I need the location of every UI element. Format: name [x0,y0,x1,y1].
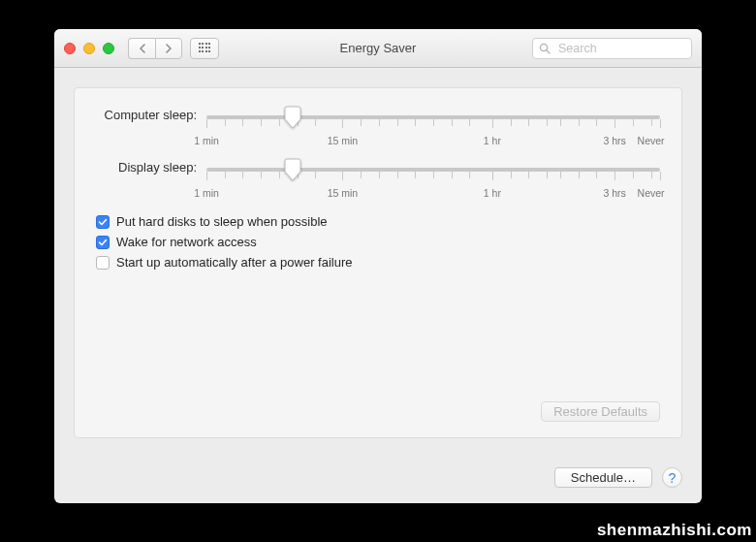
display-sleep-thumb[interactable] [284,158,301,181]
restore-defaults-button[interactable]: Restore Defaults [541,401,660,422]
checkbox-icon [96,236,110,249]
tick-label-1hr: 1 hr [484,135,501,146]
wake-network-label: Wake for network access [116,235,257,249]
tick-label-1min: 1 min [194,187,219,199]
display-sleep-row: Display sleep: 1 min 15 min 1 hr 3 hrs N… [96,162,660,203]
schedule-button[interactable]: Schedule… [554,467,652,488]
settings-panel: Computer sleep: 1 min 15 min 1 hr 3 hrs … [74,87,682,438]
search-icon [539,43,551,54]
svg-line-1 [547,50,550,53]
checkbox-group: Put hard disks to sleep when possible Wa… [96,214,660,270]
titlebar: Energy Saver [54,29,702,68]
tick-label-3hr: 3 hrs [604,187,626,199]
chevron-left-icon [139,44,146,53]
chevron-right-icon [165,44,173,53]
tick-label-never: Never [638,187,665,199]
search-field[interactable] [532,38,692,59]
tick-label-1min: 1 min [194,135,219,146]
display-sleep-slider[interactable] [206,162,660,181]
svg-point-0 [540,44,547,50]
minimize-icon[interactable] [83,43,95,54]
help-button[interactable]: ? [662,467,682,488]
startup-power-label: Start up automatically after a power fai… [116,255,353,270]
computer-sleep-row: Computer sleep: 1 min 15 min 1 hr 3 hrs … [96,110,660,150]
question-icon: ? [669,470,677,486]
forward-button[interactable] [155,38,182,59]
display-sleep-label: Display sleep: [96,160,206,175]
show-all-button[interactable] [190,38,219,59]
computer-sleep-slider[interactable] [206,110,660,129]
watermark-text: shenmazhishi.com [597,521,752,540]
computer-sleep-thumb[interactable] [284,106,301,129]
checkbox-icon [96,256,110,270]
zoom-icon[interactable] [103,43,114,54]
computer-sleep-tick-labels: 1 min 15 min 1 hr 3 hrs Never [206,135,660,150]
display-sleep-tick-labels: 1 min 15 min 1 hr 3 hrs Never [206,187,660,203]
tick-label-1hr: 1 hr [484,187,501,199]
checkbox-icon [96,215,110,229]
computer-sleep-label: Computer sleep: [96,108,206,122]
search-input[interactable] [556,41,702,56]
grid-icon [199,43,210,54]
hard-disks-checkbox[interactable]: Put hard disks to sleep when possible [96,214,660,229]
traffic-lights [64,43,114,54]
startup-power-checkbox[interactable]: Start up automatically after a power fai… [96,255,660,270]
tick-label-3hr: 3 hrs [604,135,626,146]
bottom-bar: Schedule… ? [54,456,702,503]
tick-label-15min: 15 min [328,187,359,199]
energy-saver-window: Energy Saver Computer sleep: 1 min 15 mi… [54,29,702,503]
back-button[interactable] [128,38,155,59]
nav-back-forward [128,38,182,59]
tick-label-15min: 15 min [328,135,359,146]
hard-disks-label: Put hard disks to sleep when possible [116,214,328,229]
wake-network-checkbox[interactable]: Wake for network access [96,235,660,249]
tick-label-never: Never [638,135,665,146]
close-icon[interactable] [64,43,76,54]
